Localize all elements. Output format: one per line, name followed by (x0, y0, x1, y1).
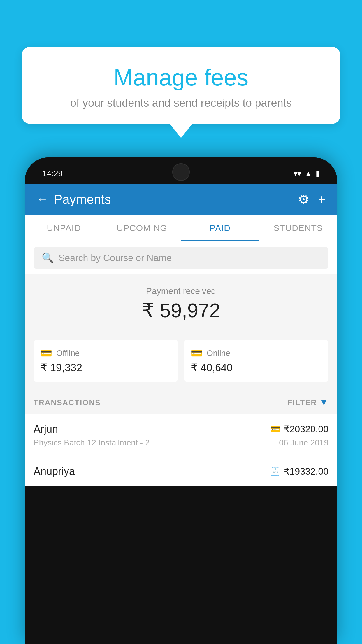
offline-amount: ₹ 19,332 (41, 362, 171, 374)
transaction-amount: ₹20320.00 (284, 424, 328, 435)
phone-mockup: 14:29 ▾▾ ▲ ▮ ← Payments ⚙ + UNPAID UPCOM… (25, 158, 337, 644)
online-amount: ₹ 40,640 (191, 362, 321, 374)
tab-upcoming[interactable]: UPCOMING (103, 215, 181, 241)
transaction-row-bottom: Physics Batch 12 Installment - 2 06 June… (34, 438, 328, 447)
online-label: Online (207, 349, 230, 358)
online-card: 💳 Online ₹ 40,640 (184, 340, 328, 382)
status-time: 14:29 (42, 169, 63, 178)
transactions-header: TRANSACTIONS FILTER ▼ (25, 391, 337, 414)
offline-card: 💳 Offline ₹ 19,332 (34, 340, 178, 382)
payment-received-label: Payment received (34, 286, 328, 296)
bubble-subtitle: of your students and send receipts to pa… (36, 97, 326, 109)
filter-label: FILTER (287, 398, 317, 407)
transactions-label: TRANSACTIONS (34, 398, 101, 407)
transaction-detail: Physics Batch 12 Installment - 2 (34, 438, 150, 447)
battery-icon: ▮ (316, 169, 320, 178)
transaction-name-2: Anupriya (34, 465, 75, 477)
transaction-amount-2: ₹19332.00 (284, 466, 328, 477)
transaction-item-partial[interactable]: Anupriya 🧾 ₹19332.00 (25, 456, 337, 486)
offline-label: Offline (56, 349, 80, 358)
header-title: Payments (54, 192, 111, 207)
payment-total-amount: ₹ 59,972 (34, 299, 328, 322)
gear-icon[interactable]: ⚙ (298, 192, 309, 207)
status-icons: ▾▾ ▲ ▮ (294, 169, 320, 178)
transaction-date: 06 June 2019 (279, 438, 328, 447)
tabs: UNPAID UPCOMING PAID STUDENTS (25, 215, 337, 242)
signal-icon: ▲ (305, 169, 312, 178)
bubble-title: Manage fees (36, 64, 326, 91)
search-container: 🔍 Search by Course or Name (25, 242, 337, 274)
app-header: ← Payments ⚙ + (25, 184, 337, 215)
transaction-amount-wrapper-2: 🧾 ₹19332.00 (270, 466, 328, 477)
transaction-name: Arjun (34, 423, 58, 435)
tab-unpaid[interactable]: UNPAID (25, 215, 103, 241)
speech-bubble: Manage fees of your students and send re… (22, 47, 340, 124)
tab-paid[interactable]: PAID (181, 215, 259, 241)
filter-triangle-icon: ▼ (320, 398, 328, 407)
tab-students[interactable]: STUDENTS (259, 215, 337, 241)
search-input[interactable]: Search by Course or Name (59, 253, 172, 263)
offline-card-header: 💳 Offline (41, 348, 171, 359)
header-left: ← Payments (36, 192, 111, 207)
transaction-row-top-2: Anupriya 🧾 ₹19332.00 (34, 465, 328, 477)
online-icon: 💳 (191, 348, 203, 359)
camera-notch (172, 163, 190, 181)
search-bar[interactable]: 🔍 Search by Course or Name (34, 247, 328, 269)
filter-button[interactable]: FILTER ▼ (287, 398, 328, 407)
header-right: ⚙ + (298, 192, 326, 207)
back-button[interactable]: ← (36, 193, 48, 206)
offline-icon: 💳 (41, 348, 52, 359)
transaction-item[interactable]: Arjun 💳 ₹20320.00 Physics Batch 12 Insta… (25, 414, 337, 456)
status-bar: 14:29 ▾▾ ▲ ▮ (25, 158, 337, 184)
payment-cards: 💳 Offline ₹ 19,332 💳 Online ₹ 40,640 (25, 340, 337, 391)
online-card-header: 💳 Online (191, 348, 321, 359)
transaction-row-top: Arjun 💳 ₹20320.00 (34, 423, 328, 435)
wifi-icon: ▾▾ (294, 169, 301, 178)
payment-summary: Payment received ₹ 59,972 (25, 274, 337, 340)
transaction-type-icon-2: 🧾 (270, 467, 280, 476)
search-icon: 🔍 (42, 252, 54, 264)
transaction-type-icon: 💳 (270, 424, 280, 434)
transaction-amount-wrapper: 💳 ₹20320.00 (270, 424, 328, 435)
plus-icon[interactable]: + (318, 192, 326, 207)
